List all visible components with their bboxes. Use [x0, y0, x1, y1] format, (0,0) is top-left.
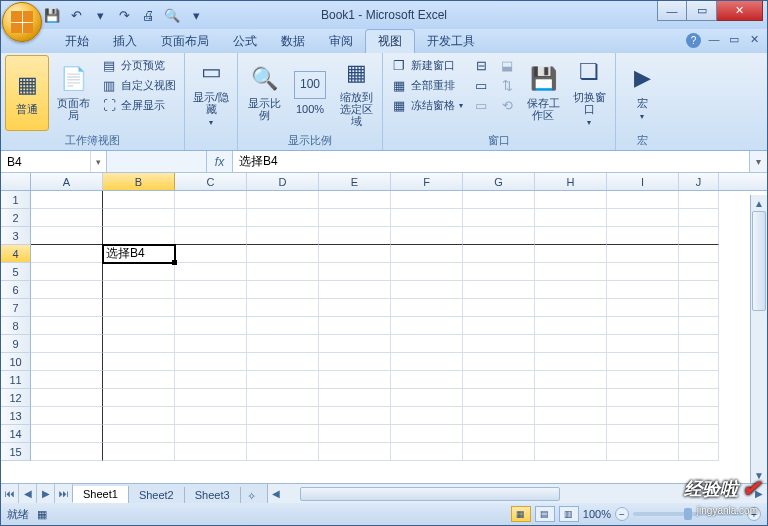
cell[interactable] — [31, 317, 103, 335]
sheet-nav-last[interactable]: ⏭ — [55, 484, 73, 503]
cell[interactable] — [319, 299, 391, 317]
cell[interactable] — [679, 227, 719, 245]
cell[interactable] — [679, 263, 719, 281]
sheet-tab-2[interactable]: Sheet2 — [128, 487, 185, 503]
fx-button[interactable]: fx — [207, 151, 233, 172]
cell[interactable] — [31, 191, 103, 209]
cell[interactable] — [607, 209, 679, 227]
freeze-panes-button[interactable]: ▦冻结窗格▾ — [387, 95, 467, 115]
custom-views-button[interactable]: ▥自定义视图 — [97, 75, 180, 95]
sheet-nav-next[interactable]: ▶ — [37, 484, 55, 503]
cell[interactable] — [103, 389, 175, 407]
vscroll-up[interactable]: ▲ — [751, 195, 767, 211]
vertical-scrollbar[interactable]: ▲ ▼ — [750, 195, 767, 483]
cell[interactable] — [247, 389, 319, 407]
cell[interactable] — [31, 353, 103, 371]
cell[interactable] — [103, 443, 175, 461]
col-header-g[interactable]: G — [463, 173, 535, 190]
cell[interactable] — [247, 353, 319, 371]
sheet-nav-first[interactable]: ⏮ — [1, 484, 19, 503]
cell[interactable] — [175, 209, 247, 227]
cell[interactable] — [679, 281, 719, 299]
row-header[interactable]: 12 — [1, 389, 31, 407]
cell[interactable] — [607, 443, 679, 461]
vscroll-thumb[interactable] — [752, 211, 766, 311]
tab-page-layout[interactable]: 页面布局 — [149, 30, 221, 53]
show-hide-button[interactable]: ▭ 显示/隐藏 ▾ — [189, 55, 233, 131]
cell[interactable] — [319, 245, 391, 263]
cell[interactable] — [463, 299, 535, 317]
cell[interactable] — [535, 335, 607, 353]
cell[interactable] — [679, 353, 719, 371]
zoom-100-button[interactable]: 100 100% — [288, 55, 332, 131]
cell[interactable] — [535, 263, 607, 281]
reset-pos-button[interactable]: ⟲ — [495, 95, 519, 115]
page-layout-view-icon[interactable]: ▤ — [535, 506, 555, 522]
zoom-button[interactable]: 🔍 显示比例 — [242, 55, 286, 131]
row-header[interactable]: 7 — [1, 299, 31, 317]
cell[interactable] — [247, 317, 319, 335]
zoom-percent[interactable]: 100% — [583, 508, 611, 520]
maximize-button[interactable]: ▭ — [687, 1, 717, 21]
cell[interactable] — [247, 407, 319, 425]
cell[interactable] — [103, 227, 175, 245]
cell[interactable] — [175, 299, 247, 317]
row-header[interactable]: 2 — [1, 209, 31, 227]
cell[interactable] — [103, 299, 175, 317]
cell[interactable] — [391, 371, 463, 389]
cell[interactable] — [319, 443, 391, 461]
mdi-minimize[interactable]: — — [707, 32, 721, 46]
normal-view-button[interactable]: ▦ 普通 — [5, 55, 49, 131]
formula-input[interactable]: 选择B4 — [233, 151, 749, 172]
cell[interactable] — [391, 281, 463, 299]
cell[interactable] — [103, 353, 175, 371]
col-header-e[interactable]: E — [319, 173, 391, 190]
cell[interactable] — [463, 443, 535, 461]
cell[interactable] — [535, 389, 607, 407]
undo-button[interactable]: ↶ — [65, 4, 87, 26]
cell[interactable] — [607, 227, 679, 245]
cell[interactable] — [31, 245, 103, 263]
cell[interactable] — [175, 335, 247, 353]
row-header[interactable]: 14 — [1, 425, 31, 443]
cell[interactable] — [31, 389, 103, 407]
print-button[interactable]: 🖨 — [137, 4, 159, 26]
cell[interactable] — [391, 191, 463, 209]
cell[interactable] — [607, 353, 679, 371]
cell[interactable] — [535, 227, 607, 245]
col-header-h[interactable]: H — [535, 173, 607, 190]
mdi-close[interactable]: ✕ — [747, 32, 761, 46]
macros-button[interactable]: ▶ 宏 ▾ — [620, 55, 664, 131]
cell[interactable] — [463, 335, 535, 353]
cell[interactable] — [247, 245, 319, 263]
hide-button[interactable]: ▭ — [469, 75, 493, 95]
cell[interactable] — [103, 317, 175, 335]
col-header-a[interactable]: A — [31, 173, 103, 190]
name-box-dropdown[interactable]: ▾ — [90, 151, 106, 172]
cell[interactable] — [247, 191, 319, 209]
tab-insert[interactable]: 插入 — [101, 30, 149, 53]
cell[interactable] — [31, 425, 103, 443]
cell[interactable] — [535, 191, 607, 209]
cell[interactable] — [607, 191, 679, 209]
row-header[interactable]: 9 — [1, 335, 31, 353]
cell[interactable] — [319, 389, 391, 407]
cell[interactable] — [679, 407, 719, 425]
cell[interactable] — [535, 407, 607, 425]
cell[interactable] — [319, 281, 391, 299]
cell[interactable] — [535, 245, 607, 263]
cell[interactable] — [463, 407, 535, 425]
cell[interactable] — [247, 425, 319, 443]
cell[interactable] — [103, 191, 175, 209]
cell[interactable] — [319, 353, 391, 371]
cell[interactable] — [607, 263, 679, 281]
cell[interactable] — [391, 299, 463, 317]
cell[interactable] — [463, 209, 535, 227]
col-header-c[interactable]: C — [175, 173, 247, 190]
cell[interactable] — [535, 317, 607, 335]
cell[interactable] — [31, 263, 103, 281]
split-button[interactable]: ⊟ — [469, 55, 493, 75]
cell[interactable] — [175, 407, 247, 425]
zoom-to-selection-button[interactable]: ▦ 缩放到选定区域 — [334, 55, 378, 131]
cell[interactable] — [319, 407, 391, 425]
